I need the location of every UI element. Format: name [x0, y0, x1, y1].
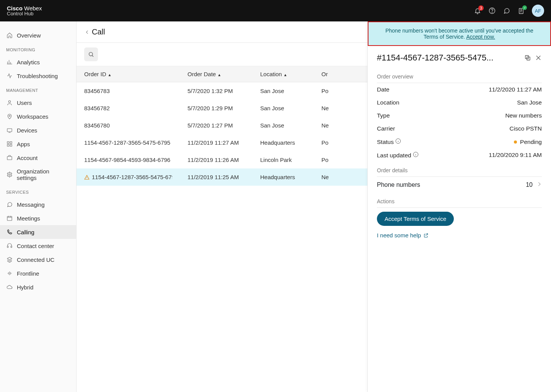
sidebar-section-services: SERVICES: [0, 185, 76, 198]
order-date: 11/2/2019 11:26 AM: [180, 151, 253, 168]
sidebar-item-org-settings[interactable]: Organization settings: [0, 165, 76, 185]
detail-panel: Phone numbers won't become active until …: [367, 21, 551, 392]
section-details: Order details: [377, 163, 542, 177]
order-location: San Jose: [253, 100, 314, 117]
sidebar-item-label: Account: [17, 155, 37, 161]
order-location: Headquarters: [253, 134, 314, 151]
sidebar-item-label: Workspaces: [17, 113, 48, 120]
sidebar-item-troubleshooting[interactable]: Troubleshooting: [0, 69, 76, 83]
sidebar-item-label: Troubleshooting: [17, 73, 58, 79]
pin-icon: [6, 113, 13, 120]
sidebar-item-label: Organization settings: [17, 168, 70, 181]
headset-icon: [6, 242, 13, 249]
tos-notice: Phone numbers won't become active until …: [368, 21, 551, 46]
section-overview: Order overview: [377, 70, 542, 83]
close-icon[interactable]: [535, 54, 542, 61]
user-icon: [6, 99, 13, 106]
info-icon[interactable]: [395, 138, 401, 144]
order-id: 83456780: [84, 122, 110, 129]
sidebar-item-apps[interactable]: Apps: [0, 137, 76, 151]
status-dot-icon: [514, 140, 517, 144]
svg-rect-7: [10, 142, 12, 144]
order-id: 83456783: [84, 88, 110, 94]
order-date: 11/2/2019 11:27 AM: [180, 134, 253, 151]
page-title: Call: [92, 28, 105, 36]
sidebar-item-label: Frontline: [17, 270, 39, 277]
sidebar-item-contact-center[interactable]: Contact center: [0, 239, 76, 253]
sort-asc-icon: ▲: [284, 73, 287, 77]
order-date: 5/7/2020 1:32 PM: [180, 82, 253, 100]
order-id: 83456782: [84, 105, 110, 111]
copy-icon[interactable]: [524, 54, 531, 61]
tasks-icon[interactable]: [517, 7, 525, 15]
check-badge-icon: [522, 5, 527, 10]
order-id: 1154-4567-1287-3565-5475-6795: [84, 139, 170, 146]
sidebar-section-monitoring: MONITORING: [0, 42, 76, 55]
sidebar-item-label: Users: [17, 100, 32, 106]
layers-icon: [6, 256, 13, 263]
info-icon[interactable]: [413, 152, 419, 157]
sidebar-item-label: Devices: [17, 127, 37, 134]
sidebar-item-meetings[interactable]: Meetings: [0, 211, 76, 225]
svg-point-1: [492, 12, 492, 13]
col-location[interactable]: Location▲: [253, 66, 314, 82]
order-date: 11/2/2019 11:25 AM: [180, 168, 253, 186]
help-icon[interactable]: [488, 7, 496, 15]
sidebar-item-workspaces[interactable]: Workspaces: [0, 109, 76, 123]
calendar-icon: [6, 215, 13, 222]
sidebar-item-overview[interactable]: Overview: [0, 28, 76, 42]
phone-numbers-row[interactable]: Phone numbers 10: [377, 177, 542, 193]
message-icon: [6, 201, 13, 208]
chevron-left-icon: [85, 29, 90, 36]
cloud-icon: [6, 284, 13, 291]
search-icon: [88, 51, 94, 57]
sidebar-item-account[interactable]: Account: [0, 151, 76, 165]
sidebar-item-frontline[interactable]: Frontline: [0, 266, 76, 280]
accept-tos-button[interactable]: Accept Terms of Service: [377, 212, 454, 226]
svg-rect-8: [7, 144, 9, 146]
sidebar-item-label: Contact center: [17, 243, 54, 249]
sidebar-item-users[interactable]: Users: [0, 96, 76, 109]
col-order-date[interactable]: Order Date▲: [180, 66, 253, 82]
chevron-right-icon: [536, 181, 542, 188]
sidebar-item-hybrid[interactable]: Hybrid: [0, 280, 76, 294]
breadcrumb[interactable]: Call: [85, 28, 105, 36]
sidebar-item-analytics[interactable]: Analytics: [0, 55, 76, 69]
order-location: Headquarters: [253, 168, 314, 186]
accept-now-link[interactable]: Accept now.: [466, 34, 495, 40]
svg-rect-6: [7, 142, 9, 144]
bell-icon[interactable]: 3: [474, 7, 481, 15]
sidebar-item-label: Hybrid: [17, 284, 33, 291]
sidebar-item-devices[interactable]: Devices: [0, 123, 76, 137]
order-date: 5/7/2020 1:27 PM: [180, 117, 253, 134]
order-title: #1154-4567-1287-3565-5475...: [377, 53, 520, 63]
audio-icon: [6, 270, 13, 277]
sidebar-item-calling[interactable]: Calling: [0, 225, 76, 239]
svg-rect-12: [7, 216, 12, 220]
sidebar-item-label: Calling: [17, 229, 34, 235]
svg-rect-5: [7, 129, 12, 132]
chat-icon[interactable]: [503, 7, 510, 15]
notification-badge: 3: [478, 5, 484, 11]
svg-point-4: [9, 115, 10, 116]
briefcase-icon: [6, 154, 13, 161]
svg-rect-10: [7, 157, 12, 160]
brand: Cisco Webex Control Hub: [7, 5, 42, 16]
device-icon: [6, 127, 13, 134]
home-icon: [6, 32, 13, 39]
svg-rect-13: [7, 246, 8, 248]
section-actions: Actions: [377, 194, 542, 208]
svg-point-3: [8, 101, 10, 103]
topbar: Cisco Webex Control Hub 3 AF: [0, 0, 551, 21]
svg-point-11: [9, 174, 10, 175]
help-link[interactable]: I need some help: [377, 232, 542, 238]
avatar[interactable]: AF: [532, 5, 544, 17]
gear-icon: [6, 171, 13, 178]
sidebar-item-connected-uc[interactable]: Connected UC: [0, 253, 76, 266]
col-order-id[interactable]: Order ID▲: [77, 66, 180, 82]
search-button[interactable]: [84, 47, 98, 61]
order-id: 1154-4567-9854-4593-9834-6796: [84, 157, 170, 163]
bar-chart-icon: [6, 59, 13, 65]
sidebar-item-messaging[interactable]: Messaging: [0, 198, 76, 211]
phone-icon: [6, 229, 13, 235]
